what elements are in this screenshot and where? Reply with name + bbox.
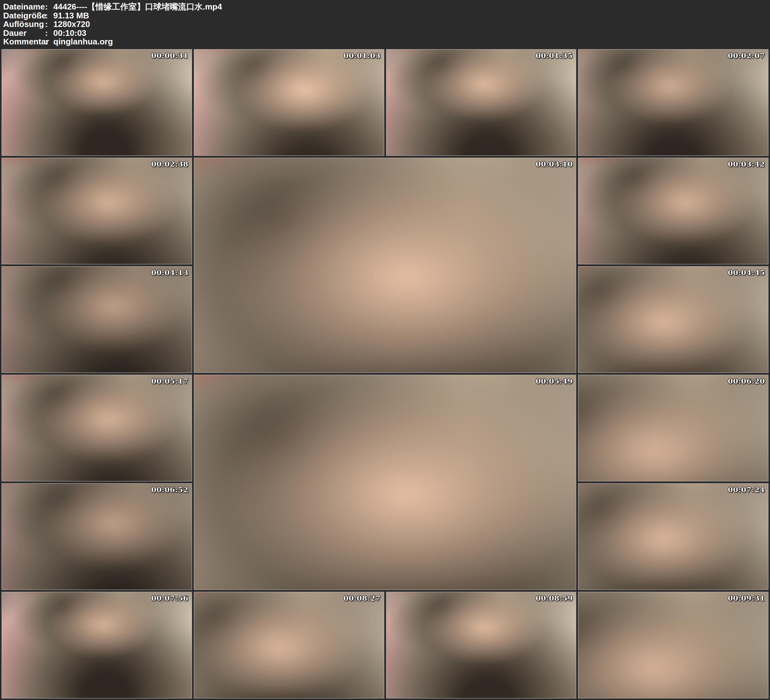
- video-thumbnail: 00:08:27: [194, 592, 384, 698]
- timestamp-overlay: 00:03:10: [535, 160, 573, 168]
- timestamp-overlay: 00:08:27: [343, 594, 380, 602]
- timestamp-overlay: 00:03:42: [728, 160, 765, 168]
- meta-separator: :: [45, 29, 53, 38]
- timestamp-overlay: 00:04:45: [728, 268, 765, 277]
- timestamp-overlay: 00:07:56: [151, 594, 188, 602]
- thumbnail-image-placeholder: [2, 592, 192, 698]
- meta-row-duration: Dauer:00:10:03: [3, 29, 767, 38]
- thumbnail-image-placeholder: [578, 483, 768, 590]
- thumbnail-grid: 00:00:31 00:01:03 00:01:35 00:02:07 00:0…: [0, 48, 770, 700]
- video-thumbnail: 00:07:56: [2, 592, 192, 698]
- video-thumbnail: 00:07:24: [578, 483, 768, 590]
- thumbnail-image-placeholder: [194, 49, 384, 156]
- timestamp-overlay: 00:07:24: [728, 485, 765, 494]
- meta-row-comment: Kommentar:qinglanhua.org: [3, 37, 767, 46]
- thumbnail-image-placeholder: [2, 158, 192, 264]
- thumbnail-image-placeholder: [2, 49, 192, 156]
- video-thumbnail: 00:01:03: [194, 49, 384, 156]
- thumbnail-image-placeholder: [578, 266, 768, 373]
- video-thumbnail: 00:04:13: [2, 266, 192, 373]
- timestamp-overlay: 00:09:31: [728, 594, 765, 602]
- video-thumbnail: 00:09:31: [578, 592, 768, 698]
- thumbnail-image-placeholder: [2, 266, 192, 373]
- meta-row-filesize: Dateigröße:91.13 MB: [3, 11, 767, 20]
- meta-separator: :: [45, 11, 53, 20]
- timestamp-overlay: 00:05:49: [535, 377, 573, 385]
- filename-value: 44426----【惜缘工作室】口球堵嘴流口水.mp4: [53, 3, 767, 11]
- video-thumbnail: 00:02:07: [578, 49, 768, 156]
- comment-value: qinglanhua.org: [53, 37, 767, 46]
- video-thumbnail: 00:02:38: [2, 158, 192, 264]
- thumbnail-image-placeholder: [386, 592, 576, 698]
- thumbnail-image-placeholder: [2, 483, 192, 590]
- meta-label: Kommentar: [3, 37, 45, 46]
- meta-label: Dauer: [3, 29, 45, 38]
- video-thumbnail: 00:05:17: [2, 375, 192, 481]
- thumbnail-image-placeholder: [578, 375, 768, 481]
- video-thumbnail: 00:03:42: [578, 158, 768, 264]
- video-thumbnail: 00:00:31: [2, 49, 192, 156]
- timestamp-overlay: 00:02:38: [151, 160, 188, 168]
- thumbnail-image-placeholder: [194, 375, 576, 590]
- video-thumbnail: 00:08:59: [386, 592, 576, 698]
- thumbnail-image-placeholder: [194, 158, 576, 373]
- video-thumbnail: 00:01:35: [386, 49, 576, 156]
- timestamp-overlay: 00:02:07: [728, 51, 765, 60]
- file-metadata-panel: Dateiname:44426----【惜缘工作室】口球堵嘴流口水.mp4 Da…: [0, 0, 770, 48]
- meta-label: Dateiname: [3, 3, 45, 11]
- timestamp-overlay: 00:01:03: [343, 51, 380, 60]
- meta-row-filename: Dateiname:44426----【惜缘工作室】口球堵嘴流口水.mp4: [3, 3, 767, 11]
- duration-value: 00:10:03: [53, 29, 767, 38]
- timestamp-overlay: 00:01:35: [535, 51, 573, 60]
- meta-separator: :: [45, 20, 53, 29]
- timestamp-overlay: 00:06:20: [728, 377, 765, 385]
- timestamp-overlay: 00:06:52: [151, 485, 188, 494]
- video-thumbnail-large: 00:03:10: [194, 158, 576, 373]
- thumbnail-image-placeholder: [578, 49, 768, 156]
- meta-label: Dateigröße: [3, 11, 45, 20]
- video-thumbnail-large: 00:05:49: [194, 375, 576, 590]
- thumbnail-image-placeholder: [2, 375, 192, 481]
- thumbnail-image-placeholder: [194, 592, 384, 698]
- meta-row-resolution: Auflösung:1280x720: [3, 20, 767, 29]
- timestamp-overlay: 00:05:17: [151, 377, 188, 385]
- timestamp-overlay: 00:00:31: [151, 51, 188, 60]
- thumbnail-image-placeholder: [578, 158, 768, 264]
- meta-label: Auflösung: [3, 20, 45, 29]
- timestamp-overlay: 00:08:59: [535, 594, 573, 602]
- resolution-value: 1280x720: [53, 20, 767, 29]
- filesize-value: 91.13 MB: [53, 11, 767, 20]
- meta-separator: :: [45, 37, 53, 46]
- thumbnail-image-placeholder: [386, 49, 576, 156]
- video-thumbnail: 00:04:45: [578, 266, 768, 373]
- video-thumbnail: 00:06:52: [2, 483, 192, 590]
- meta-separator: :: [45, 3, 53, 11]
- thumbnail-image-placeholder: [578, 592, 768, 698]
- timestamp-overlay: 00:04:13: [151, 268, 188, 277]
- video-thumbnail: 00:06:20: [578, 375, 768, 481]
